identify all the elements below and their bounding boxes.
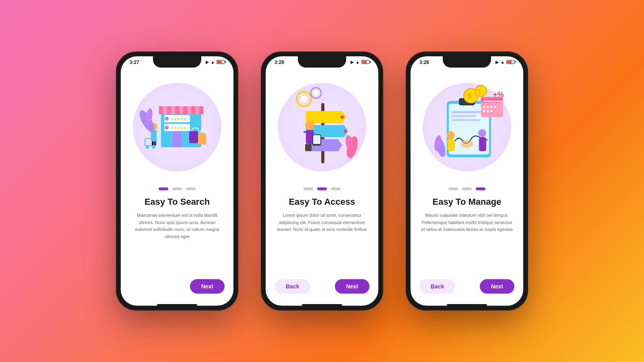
svg-point-65 [475,85,487,97]
phone-3-screen: 3:28 ▶ ▲ [411,56,523,306]
phone-1-content: ★★★★★ ★★★★★ [121,71,233,302]
svg-text:$: $ [468,93,471,99]
battery-icon [506,60,514,64]
svg-text:$: $ [478,89,481,95]
svg-rect-40 [303,131,308,133]
phone-1-home-indicator [157,304,197,306]
svg-marker-3 [163,106,167,114]
phone-1-wrapper: 3:27 ▶ ▲ [117,52,237,310]
phone-3-next-button[interactable]: Next [480,279,514,294]
svg-point-38 [305,120,315,130]
wifi-icon: ▲ [355,60,360,64]
phone-2: 3:28 ▶ ▲ [262,52,382,310]
dot-1-active [159,187,168,190]
svg-marker-4 [171,106,175,114]
wifi-icon: ▲ [211,60,215,64]
phone-2-content: Easy To Access Lorem ipsum dolor sit ame… [266,71,378,302]
phone-3-illustration: ▬▬▬▬▬▬ $ $ [411,71,523,183]
phone-2-home-indicator [302,304,342,306]
phone-2-desc: Lorem ipsum dolor sit amet, consectetur … [266,212,378,274]
svg-point-22 [146,146,149,149]
svg-rect-18 [154,131,157,132]
svg-text:★★★★★: ★★★★★ [170,126,186,130]
svg-rect-43 [305,144,308,151]
phone-3-wrapper: 3:28 ▶ ▲ [407,52,527,310]
phone-3: 3:28 ▶ ▲ [407,52,527,310]
phone-2-dots [303,187,341,190]
phone-1-next-button[interactable]: Next [190,279,225,294]
svg-text:+%: +% [493,90,504,99]
phone-2-btn-row: Back Next [266,274,378,294]
svg-rect-70 [446,141,449,142]
signal-icon: ▶ [495,60,499,64]
phone-3-btn-row: Back Next [411,274,523,294]
svg-point-13 [165,125,169,130]
navigation-illustration [274,79,370,175]
svg-rect-44 [308,144,312,151]
phone-1: 3:27 ▶ ▲ [117,52,237,310]
phone-3-home-indicator [447,304,487,306]
dot-3-inactive-1 [448,187,458,190]
signal-icon: ▶ [206,60,209,64]
svg-text:▬▬▬▬▬▬: ▬▬▬▬▬▬ [484,99,503,103]
signal-icon: ▶ [351,60,354,64]
phone-1-btn-row: Next [121,274,233,294]
dot-3-inactive-2 [462,187,472,190]
svg-point-58 [491,106,493,108]
phone-2-notch [298,56,346,68]
svg-point-71 [478,129,486,137]
phone-3-title: Easy To Manage [433,197,502,207]
phone-1-notch [153,56,201,68]
phone-1-illustration: ★★★★★ ★★★★★ [121,71,233,183]
finance-illustration: ▬▬▬▬▬▬ $ $ [419,79,515,175]
svg-point-33 [301,96,307,102]
phone-1-time: 3:27 [130,60,139,65]
phone-1-desc: Maecenas elementum est ut nulla blandit … [121,212,233,274]
svg-marker-6 [187,106,191,114]
svg-rect-50 [452,111,484,113]
svg-point-57 [487,106,489,108]
phone-2-next-button[interactable]: Next [335,279,369,294]
svg-rect-73 [485,139,488,140]
phone-2-illustration [266,71,378,183]
phone-3-time: 3:28 [419,60,429,65]
svg-point-61 [487,110,489,112]
phone-3-desc: Mauris vulputate interdum nibh vel tempo… [411,212,523,274]
svg-point-68 [447,131,455,139]
svg-rect-24 [189,131,198,143]
phone-1-dots [159,187,196,190]
phone-3-dots [448,187,485,190]
dot-1-inactive-3 [186,187,196,190]
svg-point-10 [165,117,169,121]
svg-text:★★★★★: ★★★★★ [170,117,186,121]
phone-1-title: Easy To Search [144,197,210,207]
phone-1-screen: 3:27 ▶ ▲ [121,56,233,306]
phone-2-time: 3:28 [275,60,284,65]
svg-rect-25 [198,133,206,144]
dot-2-active [317,187,327,190]
shopping-illustration: ★★★★★ ★★★★★ [129,79,225,175]
svg-marker-7 [195,106,199,114]
svg-marker-5 [179,106,183,114]
phone-2-wrapper: 3:28 ▶ ▲ [262,52,382,310]
svg-point-74 [461,140,473,148]
wifi-icon: ▲ [500,60,505,64]
phone-3-content: ▬▬▬▬▬▬ $ $ [411,71,523,302]
phone-3-back-button[interactable]: Back [419,279,455,294]
phone-2-status-icons: ▶ ▲ [351,60,369,64]
svg-point-23 [152,146,155,149]
dot-2-inactive-1 [303,187,313,190]
svg-rect-51 [452,115,476,117]
phone-3-status-icons: ▶ ▲ [495,60,514,64]
svg-rect-52 [452,119,480,121]
dot-1-inactive-2 [172,187,182,190]
phone-3-notch [443,56,491,68]
svg-rect-8 [172,131,182,147]
phone-2-screen: 3:28 ▶ ▲ [266,56,378,306]
svg-rect-69 [448,139,455,151]
svg-point-60 [483,110,485,112]
phone-2-back-button[interactable]: Back [275,279,310,294]
phone-2-title: Easy To Access [289,197,355,207]
svg-rect-42 [313,135,320,144]
svg-point-59 [494,106,496,108]
